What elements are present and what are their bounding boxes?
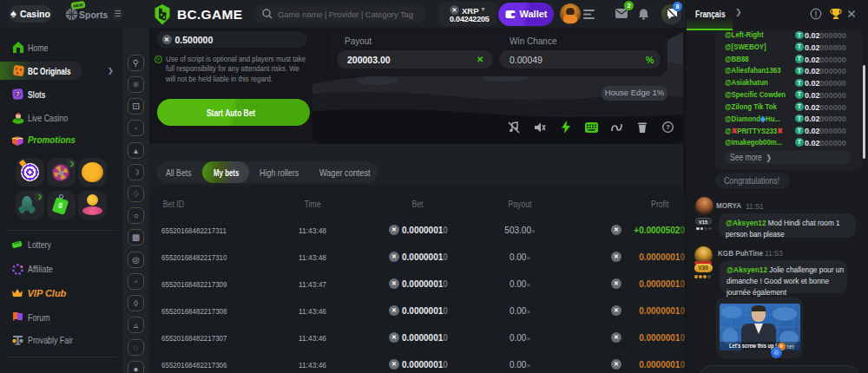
- svg-text:?: ?: [666, 123, 670, 131]
- svg-text:7: 7: [16, 91, 20, 97]
